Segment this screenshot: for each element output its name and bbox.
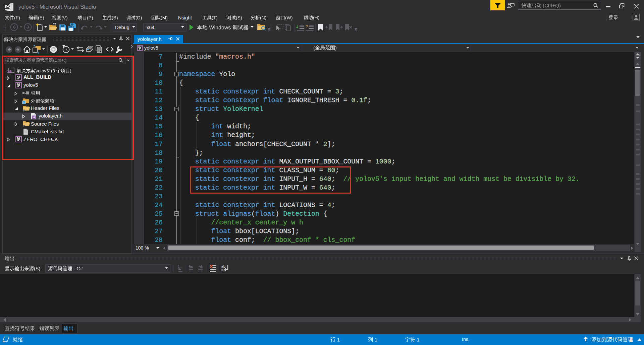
svg-text:?: ?: [306, 24, 308, 29]
svg-text:c: c: [221, 268, 223, 272]
